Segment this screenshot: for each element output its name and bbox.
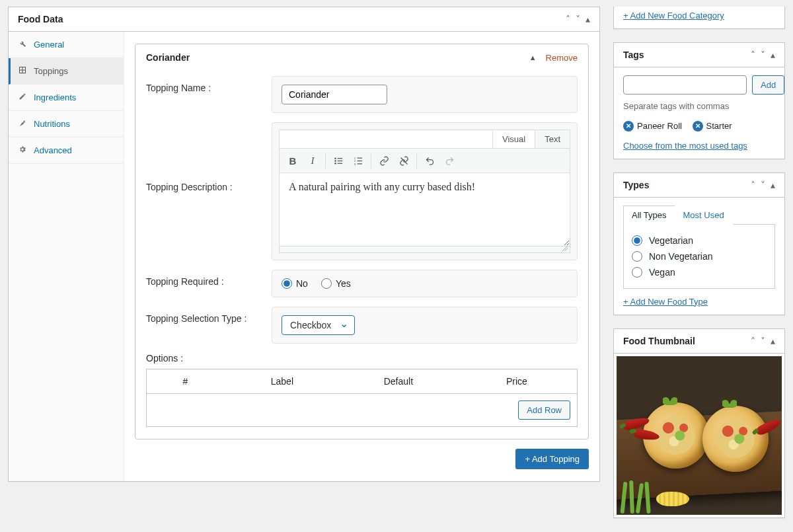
tab-general-label: General [34, 40, 64, 50]
selection-type-label: Topping Selection Type : [146, 307, 272, 324]
col-default: Default [340, 369, 457, 394]
move-up-icon[interactable]: ˄ [751, 336, 755, 346]
svg-point-5 [334, 163, 336, 165]
tab-nutritions[interactable]: Nutritions [9, 111, 124, 137]
redo-icon[interactable] [440, 151, 459, 170]
add-food-category-link[interactable]: + Add New Food Category [623, 11, 724, 20]
type-option-vegetarian[interactable]: Vegetarian [630, 233, 768, 248]
move-down-icon[interactable]: ˅ [761, 50, 765, 59]
tab-advanced-label: Advanced [34, 145, 72, 155]
remove-tag-icon[interactable]: ✕ [623, 121, 634, 132]
svg-rect-7 [337, 160, 342, 161]
bold-icon[interactable]: B [283, 151, 302, 170]
collapse-icon[interactable]: ▲ [529, 54, 537, 61]
types-metabox: Types ˄ ˅ ▴ All Types Most Used Vegetari… [613, 172, 785, 315]
choose-used-tags-link[interactable]: Choose from the most used tags [623, 141, 747, 151]
topping-title: Coriander [146, 52, 190, 63]
required-yes-option[interactable]: Yes [321, 278, 351, 289]
topping-required-label: Topping Required : [146, 270, 272, 287]
topping-item: Coriander ▲ Remove Topping Name : [135, 44, 589, 439]
move-up-icon[interactable]: ˄ [751, 50, 755, 59]
topping-name-input[interactable] [282, 85, 387, 104]
link-icon[interactable] [375, 151, 393, 170]
grid-icon [18, 66, 27, 76]
tab-general[interactable]: General [9, 32, 124, 58]
col-price: Price [457, 369, 578, 394]
svg-rect-8 [337, 163, 342, 163]
thumbnail-title: Food Thumbnail [623, 336, 695, 346]
editor-resize-handle[interactable] [280, 246, 570, 252]
move-down-icon[interactable]: ˅ [761, 180, 765, 190]
editor-tab-text[interactable]: Text [535, 130, 570, 148]
tag-input[interactable] [623, 75, 747, 95]
food-data-tabs: General Toppings Ingredients [9, 32, 124, 481]
svg-rect-6 [337, 158, 342, 159]
thumbnail-image[interactable] [617, 356, 782, 515]
tab-nutritions-label: Nutritions [34, 119, 70, 129]
wrench-icon [18, 40, 27, 50]
options-label: Options : [146, 353, 578, 363]
required-no-option[interactable]: No [282, 278, 308, 289]
topping-name-label: Topping Name : [146, 76, 272, 93]
svg-point-4 [334, 160, 336, 162]
italic-icon[interactable]: I [303, 151, 322, 170]
pencil-icon [18, 93, 27, 102]
type-radio[interactable] [632, 251, 642, 262]
type-radio[interactable] [632, 267, 642, 278]
food-categories-metabox: + Add New Food Category [613, 7, 785, 29]
gear-icon [18, 145, 27, 155]
type-radio[interactable] [632, 235, 642, 246]
remove-tag-icon[interactable]: ✕ [693, 121, 703, 132]
toggle-panel-icon[interactable]: ▴ [771, 50, 775, 59]
rich-text-editor: Visual Text B I [279, 130, 570, 253]
add-food-type-link[interactable]: + Add New Food Type [623, 297, 708, 307]
tags-title: Tags [623, 50, 644, 60]
svg-text:3: 3 [354, 162, 356, 165]
tags-help-text: Separate tags with commas [623, 101, 775, 111]
svg-rect-14 [357, 163, 362, 164]
add-row-button[interactable]: Add Row [518, 400, 570, 420]
numbered-list-icon[interactable]: 123 [349, 151, 367, 170]
undo-icon[interactable] [420, 151, 439, 170]
col-label: Label [224, 369, 340, 394]
move-up-icon[interactable]: ˄ [751, 180, 755, 190]
options-table: # Label Default Price Add [146, 369, 578, 427]
tab-ingredients[interactable]: Ingredients [9, 85, 124, 111]
type-option-non-vegetarian[interactable]: Non Vegetarian [630, 248, 768, 264]
types-tab-all[interactable]: All Types [623, 206, 675, 225]
tag-chip: ✕ Paneer Roll [623, 121, 682, 132]
toggle-panel-icon[interactable]: ▴ [771, 180, 775, 190]
type-option-vegan[interactable]: Vegan [630, 264, 768, 280]
thumbnail-metabox: Food Thumbnail ˄ ˅ ▴ [613, 328, 785, 518]
tab-advanced[interactable]: Advanced [9, 137, 124, 164]
topping-desc-label: Topping Description : [146, 122, 272, 192]
tab-ingredients-label: Ingredients [34, 93, 76, 102]
tag-chip: ✕ Starter [693, 121, 732, 132]
svg-rect-13 [357, 160, 362, 161]
types-title: Types [623, 180, 649, 190]
bullet-list-icon[interactable] [329, 151, 348, 170]
unlink-icon[interactable] [395, 151, 413, 170]
tab-toppings[interactable]: Toppings [9, 58, 124, 85]
svg-rect-12 [357, 157, 362, 158]
add-tag-button[interactable]: Add [752, 75, 784, 95]
food-data-title: Food Data [18, 14, 63, 24]
remove-topping-link[interactable]: Remove [546, 53, 578, 63]
tags-metabox: Tags ˄ ˅ ▴ Add Separate tags with commas… [613, 42, 785, 159]
types-tab-most-used[interactable]: Most Used [675, 206, 733, 225]
required-no-radio[interactable] [282, 278, 292, 289]
svg-point-3 [334, 157, 336, 159]
move-down-icon[interactable]: ˅ [576, 15, 580, 24]
food-data-metabox: Food Data ˄ ˅ ▴ General [8, 7, 600, 482]
add-topping-button[interactable]: + Add Topping [515, 449, 589, 469]
carrot-icon [18, 119, 27, 129]
toggle-panel-icon[interactable]: ▴ [585, 15, 590, 24]
move-up-icon[interactable]: ˄ [566, 15, 570, 24]
required-yes-radio[interactable] [321, 278, 332, 289]
selection-type-select[interactable]: Checkbox [282, 315, 355, 335]
editor-tab-visual[interactable]: Visual [492, 130, 535, 148]
toggle-panel-icon[interactable]: ▴ [771, 336, 775, 346]
tab-toppings-label: Toppings [34, 66, 68, 76]
editor-content[interactable]: A natural pairing with any curry based d… [280, 173, 570, 246]
move-down-icon[interactable]: ˅ [761, 336, 765, 346]
